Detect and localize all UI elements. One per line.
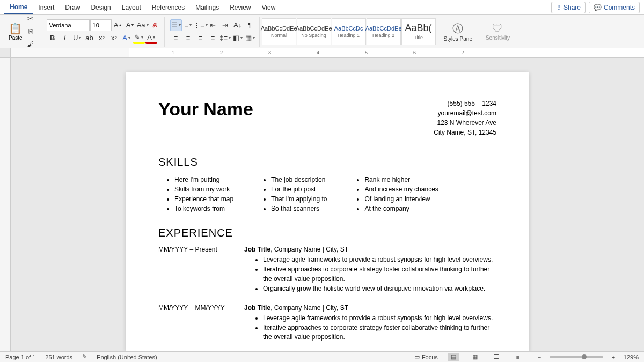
tab-layout[interactable]: Layout — [116, 2, 147, 13]
zoom-out-button[interactable]: − — [533, 353, 545, 361]
draft-view-button[interactable]: ≡ — [512, 353, 524, 361]
outline-view-button[interactable]: ☰ — [491, 353, 502, 361]
tab-view[interactable]: View — [257, 2, 281, 13]
focus-mode-button[interactable]: ▭ Focus — [414, 353, 438, 360]
font-color-button[interactable]: A▾ — [145, 32, 157, 44]
increase-indent-button[interactable]: ⇥ — [219, 19, 231, 31]
decrease-indent-button[interactable]: ⇤ — [207, 19, 219, 31]
cut-button[interactable]: ✂ — [25, 13, 36, 25]
italic-button[interactable]: I — [59, 32, 71, 44]
font-size-select[interactable] — [90, 19, 112, 31]
list-item: To keywords from — [174, 204, 233, 213]
experience-title: Job Title, Company Name | City, ST — [244, 246, 496, 253]
list-item: Here I'm putting — [174, 175, 233, 184]
comments-button[interactable]: 💬Comments — [589, 2, 640, 13]
style-no-spacing[interactable]: AaBbCcDdEeNo Spacing — [297, 18, 331, 45]
list-item: Leverage agile frameworks to provide a r… — [263, 255, 496, 264]
paragraph-group: ☰▾ ≡▾ ⋮≡▾ ⇤ ⇥ A↓ ¶ ≡ ≡ ≡ ≡ ‡≡▾ ◧▾ ▦▾ — [167, 17, 260, 47]
list-item: Experience that map — [174, 194, 233, 204]
list-item: And increase my chances — [364, 184, 438, 194]
zoom-slider[interactable] — [550, 356, 603, 358]
paste-button[interactable]: 📋 Paste — [9, 22, 23, 41]
sensitivity-button[interactable]: 🛡 Sensitivity — [480, 17, 515, 47]
highlight-button[interactable]: ✎▾ — [133, 32, 145, 44]
shrink-font-button[interactable]: A▼ — [125, 19, 136, 31]
document-page[interactable]: Your Name (555) 555 – 1234 youremail@tes… — [126, 72, 529, 351]
zoom-control: − + 129% — [533, 353, 639, 361]
styles-pane-button[interactable]: Ⓐ Styles Pane — [438, 17, 478, 47]
tab-review[interactable]: Review — [224, 2, 256, 13]
experience-date: MM/YYYY – Present — [158, 246, 244, 294]
multilevel-button[interactable]: ⋮≡▾ — [195, 19, 207, 31]
list-item: Iterative approaches to corporate strate… — [263, 323, 496, 342]
align-right-button[interactable]: ≡ — [195, 32, 207, 44]
style-normal[interactable]: AaBbCcDdEeNormal — [262, 18, 296, 45]
style-heading2[interactable]: AaBbCcDdEeHeading 2 — [367, 18, 401, 45]
clipboard-group: 📋 Paste ✂ ⎘ 🖌 — [4, 17, 41, 47]
language-status[interactable]: English (United States) — [97, 354, 157, 360]
zoom-level[interactable]: 129% — [624, 354, 639, 360]
bullets-button[interactable]: ☰▾ — [170, 19, 182, 31]
list-item: For the job post — [271, 184, 327, 194]
tab-design[interactable]: Design — [85, 2, 116, 13]
underline-button[interactable]: U▾ — [71, 32, 83, 44]
tab-insert[interactable]: Insert — [33, 2, 60, 13]
clear-format-button[interactable]: A̷ — [149, 19, 161, 31]
list-item: Skills from my work — [174, 184, 233, 194]
list-item: The job description — [271, 175, 327, 184]
document-area: Your Name (555) 555 – 1234 youremail@tes… — [0, 58, 644, 351]
sensitivity-icon: 🛡 — [492, 23, 503, 35]
show-marks-button[interactable]: ¶ — [244, 19, 256, 31]
tab-home[interactable]: Home — [4, 1, 33, 14]
align-center-button[interactable]: ≡ — [182, 32, 194, 44]
clipboard-icon: 📋 — [9, 22, 22, 35]
experience-item: MM/YYYY – MM/YYYYJob Title, Company Name… — [158, 304, 496, 343]
ruler-vertical[interactable] — [0, 58, 11, 351]
experience-date: MM/YYYY – MM/YYYY — [158, 304, 244, 343]
tab-references[interactable]: References — [147, 2, 190, 13]
align-left-button[interactable]: ≡ — [170, 32, 182, 44]
contact-info: (555) 555 – 1234 youremail@test.com 123 … — [434, 99, 496, 137]
share-icon: ⇪ — [556, 4, 561, 11]
bold-button[interactable]: B — [47, 32, 58, 44]
zoom-in-button[interactable]: + — [608, 353, 619, 361]
text-effects-button[interactable]: A▾ — [121, 32, 133, 44]
change-case-button[interactable]: Aa▾ — [137, 19, 149, 31]
styles-pane-icon: Ⓐ — [452, 21, 463, 36]
styles-gallery: AaBbCcDdEeNormal AaBbCcDdEeNo Spacing Aa… — [262, 18, 436, 45]
grow-font-button[interactable]: A▲ — [112, 19, 124, 31]
ruler-horizontal[interactable]: 1234567 — [0, 48, 644, 58]
strike-button[interactable]: ab — [84, 32, 96, 44]
skills-list: Here I'm puttingSkills from my workExper… — [158, 175, 496, 213]
list-item: At the company — [364, 204, 438, 213]
line-spacing-button[interactable]: ‡≡▾ — [219, 32, 231, 44]
experience-item: MM/YYYY – PresentJob Title, Company Name… — [158, 246, 496, 294]
copy-button[interactable]: ⎘ — [25, 26, 36, 38]
print-layout-view-button[interactable]: ▤ — [448, 353, 459, 361]
comment-icon: 💬 — [594, 4, 602, 11]
word-count[interactable]: 251 words — [45, 354, 72, 360]
resume-name: Your Name — [158, 99, 253, 120]
menu-bar: Home Insert Draw Design Layout Reference… — [0, 0, 644, 15]
tab-mailings[interactable]: Mailings — [190, 2, 224, 13]
spell-check-icon[interactable]: ✎ — [82, 353, 87, 360]
share-button[interactable]: ⇪Share — [551, 2, 586, 13]
sort-button[interactable]: A↓ — [232, 19, 244, 31]
web-layout-view-button[interactable]: ▦ — [469, 353, 481, 361]
numbering-button[interactable]: ≡▾ — [182, 19, 194, 31]
list-item: Leverage agile frameworks to provide a r… — [263, 314, 496, 323]
subscript-button[interactable]: x2 — [96, 32, 108, 44]
font-family-select[interactable] — [47, 19, 90, 31]
borders-button[interactable]: ▦▾ — [244, 32, 256, 44]
superscript-button[interactable]: x2 — [108, 32, 120, 44]
style-heading1[interactable]: AaBbCcDcHeading 1 — [332, 18, 366, 45]
status-bar: Page 1 of 1 251 words ✎ English (United … — [0, 351, 644, 362]
tab-draw[interactable]: Draw — [60, 2, 85, 13]
style-title[interactable]: AaBb(Title — [401, 18, 436, 45]
justify-button[interactable]: ≡ — [207, 32, 219, 44]
list-item: Iterative approaches to corporate strate… — [263, 265, 496, 284]
experience-heading: EXPERIENCE — [158, 227, 496, 240]
page-count[interactable]: Page 1 of 1 — [5, 354, 35, 360]
list-item: Rank me higher — [364, 175, 438, 184]
shading-button[interactable]: ◧▾ — [232, 32, 244, 44]
